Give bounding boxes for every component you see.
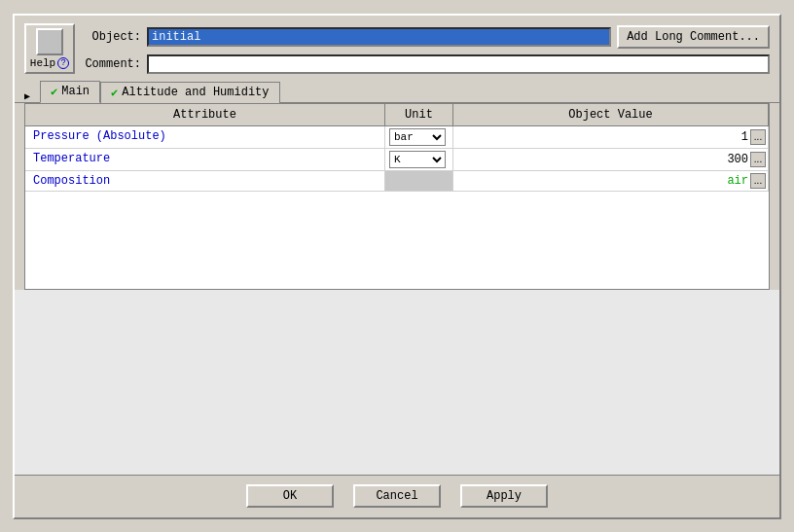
help-text: Help: [30, 57, 55, 69]
table-row: Temperature K °C °F R 300 ...: [25, 149, 769, 171]
comment-label: Comment:: [83, 57, 141, 71]
tab-main[interactable]: ✔ Main: [40, 81, 100, 103]
val-pressure: 1 ...: [453, 126, 769, 148]
unit-select-temperature[interactable]: K °C °F R: [389, 151, 446, 168]
object-field-row: Object: Add Long Comment...: [83, 25, 770, 49]
top-area: Help ? Object: Add Long Comment... Comme…: [15, 16, 779, 80]
tabs-area: ▶ ✔ Main ✔ Altitude and Humidity: [15, 80, 779, 103]
unit-composition-empty: [385, 171, 453, 191]
ok-button[interactable]: OK: [246, 484, 334, 508]
apply-button[interactable]: Apply: [460, 484, 548, 508]
table-row: Pressure (Absolute) bar Pa kPa MPa psi a…: [25, 126, 769, 149]
tab-altitude-label: Altitude and Humidity: [122, 86, 269, 99]
altitude-check-icon: ✔: [111, 86, 118, 100]
ellipsis-temperature-btn[interactable]: ...: [750, 152, 766, 167]
help-question-icon[interactable]: ?: [57, 57, 69, 69]
main-dialog: Help ? Object: Add Long Comment... Comme…: [13, 14, 781, 519]
val-composition-text: air: [727, 174, 748, 188]
comment-input[interactable]: [147, 54, 770, 74]
help-box: Help ?: [24, 23, 75, 74]
col-header-value: Object Value: [453, 104, 769, 125]
unit-pressure: bar Pa kPa MPa psi atm: [385, 126, 453, 148]
cancel-button[interactable]: Cancel: [353, 484, 441, 508]
main-check-icon: ✔: [51, 85, 57, 99]
tab-main-label: Main: [61, 85, 90, 98]
help-label-row: Help ?: [30, 57, 69, 69]
bottom-bar: OK Cancel Apply: [15, 475, 779, 517]
attr-composition: Composition: [25, 171, 385, 191]
help-icon-square: [36, 28, 63, 55]
val-pressure-text: 1: [741, 130, 748, 144]
add-comment-button[interactable]: Add Long Comment...: [617, 25, 770, 49]
attribute-table: Attribute Unit Object Value Pressure (Ab…: [24, 103, 770, 290]
tab-arrow-icon: ▶: [24, 90, 38, 102]
val-temperature-text: 300: [727, 153, 748, 166]
form-fields: Object: Add Long Comment... Comment:: [83, 23, 770, 74]
comment-field-row: Comment:: [83, 54, 770, 74]
attr-temperature: Temperature: [25, 149, 385, 170]
unit-select-pressure[interactable]: bar Pa kPa MPa psi atm: [389, 128, 446, 146]
object-label: Object:: [83, 30, 141, 44]
val-composition: air ...: [453, 171, 769, 191]
unit-temperature: K °C °F R: [385, 149, 453, 170]
object-input[interactable]: [147, 27, 611, 47]
table-row: Composition air ...: [25, 171, 769, 192]
table-header: Attribute Unit Object Value: [25, 104, 769, 126]
attr-pressure: Pressure (Absolute): [25, 126, 385, 148]
col-header-attribute: Attribute: [25, 104, 385, 125]
tab-altitude[interactable]: ✔ Altitude and Humidity: [100, 82, 279, 103]
col-header-unit: Unit: [385, 104, 453, 125]
ellipsis-composition-btn[interactable]: ...: [750, 173, 766, 189]
ellipsis-pressure-btn[interactable]: ...: [750, 129, 766, 145]
val-temperature: 300 ...: [453, 149, 769, 170]
content-area: [15, 290, 779, 475]
